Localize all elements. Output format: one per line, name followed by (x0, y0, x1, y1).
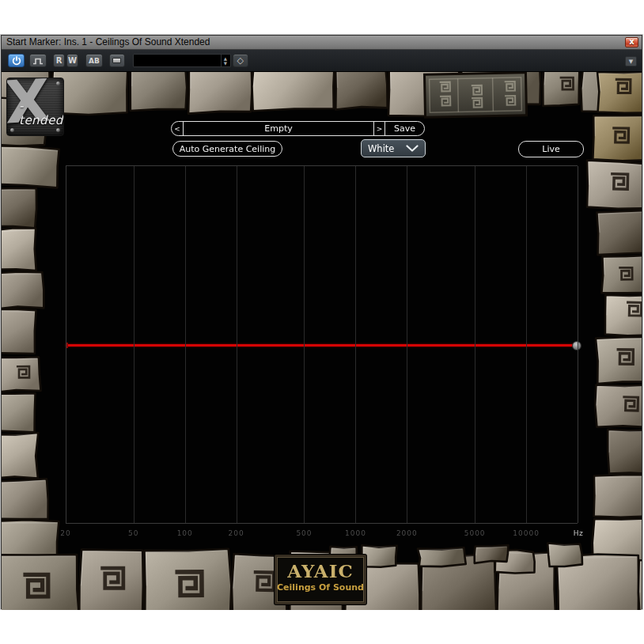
xtended-logo-plaque: X -tended (6, 78, 64, 136)
gridline (526, 166, 527, 523)
freq-tick-label: 200 (229, 529, 244, 537)
preset-menu-button[interactable] (109, 54, 125, 67)
gridline (355, 166, 356, 523)
power-button[interactable] (8, 54, 25, 67)
freq-tick-label: 100 (177, 529, 193, 537)
spinner-down-icon[interactable]: ▼ (224, 61, 227, 66)
toolbar-dropdown-button[interactable]: ▼ (625, 56, 637, 66)
preset-save-button[interactable]: Save (385, 122, 424, 135)
gridline (134, 166, 134, 523)
plugin-ui: X -tended < Empty > Save Auto Generate C… (2, 72, 642, 610)
preset-next-button[interactable]: > (374, 122, 385, 135)
ab-compare-button[interactable]: AB (85, 54, 103, 67)
screw-icon (56, 81, 60, 85)
preset-name-display[interactable]: Empty (184, 122, 374, 135)
bypass-button[interactable] (29, 54, 47, 67)
ceiling-line[interactable] (66, 344, 576, 347)
spectrum-graph[interactable] (66, 165, 578, 524)
close-icon: x (629, 38, 634, 46)
frequency-axis: Hz 205010020050010002000500010000 (66, 529, 578, 540)
preset-menu-icon (112, 58, 121, 63)
chevron-down-icon: ▼ (629, 59, 633, 65)
freq-tick-label: 2000 (396, 529, 418, 537)
diamond-icon: ◇ (237, 55, 244, 66)
freq-tick-label: 5000 (464, 529, 486, 537)
preset-bar: < Empty > Save (171, 121, 425, 136)
freq-tick-label: 500 (296, 529, 312, 537)
gridline (304, 166, 305, 523)
live-button[interactable]: Live (518, 141, 584, 157)
host-toolbar: R W AB ▲ ▼ ◇ ▼ (2, 50, 642, 72)
plugin-window: Start Marker: Ins. 1 - Ceilings Of Sound… (1, 35, 642, 609)
window-titlebar[interactable]: Start Marker: Ins. 1 - Ceilings Of Sound… (2, 36, 642, 50)
freq-tick-label: 20 (60, 529, 70, 537)
preset-spinner[interactable]: ▲ ▼ (221, 55, 229, 66)
freq-tick-label: 10000 (513, 529, 540, 537)
ayaic-logo-plaque: AYAIC Ceilings Of Sound (275, 555, 366, 604)
close-button[interactable]: x (625, 37, 638, 47)
noise-type-value: White (368, 143, 394, 154)
window-title: Start Marker: Ins. 1 - Ceilings Of Sound… (2, 36, 642, 49)
axis-unit-label: Hz (574, 529, 584, 537)
preset-prev-button[interactable]: < (172, 122, 184, 135)
preset-browser-button[interactable]: ◇ (233, 54, 248, 67)
freq-tick-label: 1000 (345, 529, 366, 537)
chevron-down-icon (406, 145, 419, 152)
gridline (475, 166, 475, 523)
desktop-background: Start Marker: Ins. 1 - Ceilings Of Sound… (0, 0, 644, 644)
brand-tagline: Ceilings Of Sound (277, 582, 364, 593)
bypass-icon (32, 57, 44, 65)
power-icon (12, 56, 21, 66)
gridline (66, 166, 66, 523)
gridline (185, 166, 186, 523)
ceiling-line-handle[interactable] (572, 341, 581, 350)
screw-icon (56, 128, 60, 132)
gridline (578, 166, 578, 523)
read-automation-button[interactable]: R (53, 54, 65, 67)
write-automation-button[interactable]: W (66, 54, 78, 67)
preset-name-field[interactable]: ▲ ▼ (133, 54, 231, 67)
noise-type-dropdown[interactable]: White (361, 139, 426, 157)
auto-generate-ceiling-button[interactable]: Auto Generate Ceiling (172, 141, 282, 157)
gridline (237, 166, 237, 523)
xtended-logo-text: -tended (19, 99, 63, 127)
gridline (407, 166, 407, 523)
brand-name: AYAIC (277, 562, 364, 580)
freq-tick-label: 50 (128, 529, 138, 537)
